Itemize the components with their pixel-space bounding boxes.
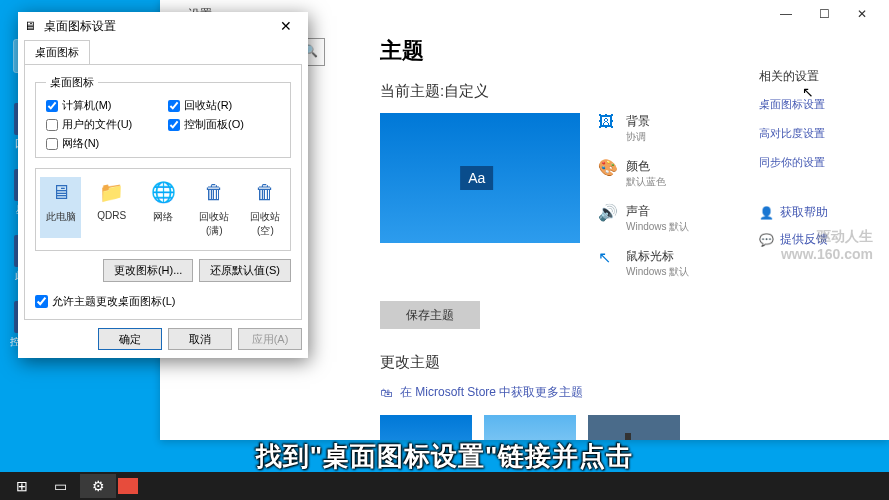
change-theme-heading: 更改主题 — [380, 353, 759, 372]
theme-preview[interactable] — [380, 113, 580, 243]
theme-card[interactable]: Windows 105 个图像 — [588, 415, 680, 440]
picture-icon: 🖼 — [598, 113, 616, 131]
cursor-icon: ↖ — [598, 248, 616, 266]
sound-option[interactable]: 🔊声音Windows 默认 — [598, 203, 759, 234]
feedback-icon: 💬 — [759, 233, 774, 247]
video-subtitle: 找到"桌面图标设置"链接并点击 — [0, 439, 889, 474]
taskbar-settings[interactable]: ⚙ — [80, 474, 116, 498]
apply-button[interactable]: 应用(A) — [238, 328, 302, 350]
speaker-icon: 🔊 — [598, 203, 616, 221]
high-contrast-link[interactable]: 高对比度设置 — [759, 126, 869, 141]
checkbox-controlpanel[interactable]: 控制面板(O) — [168, 117, 280, 132]
ok-button[interactable]: 确定 — [98, 328, 162, 350]
store-icon: 🛍 — [380, 386, 392, 400]
close-icon[interactable]: ✕ — [843, 7, 881, 21]
theme-card[interactable]: Windows （浅色主题）1 个图像 — [484, 415, 576, 440]
icon-thispc[interactable]: 🖥此电脑 — [40, 177, 81, 238]
current-theme-heading: 当前主题:自定义 — [380, 82, 759, 101]
save-theme-button[interactable]: 保存主题 — [380, 301, 480, 329]
checkbox-userfiles[interactable]: 用户的文件(U) — [46, 117, 158, 132]
network-icon: 🌐 — [148, 177, 178, 207]
store-link[interactable]: 🛍在 Microsoft Store 中获取更多主题 — [380, 384, 759, 401]
desktop-icon-settings-link[interactable]: 桌面图标设置 — [759, 97, 869, 112]
start-button[interactable]: ⊞ — [4, 474, 40, 498]
icon-recycle-full[interactable]: 🗑回收站(满) — [194, 177, 235, 238]
dialog-title-bar[interactable]: 🖥 桌面图标设置 ✕ — [18, 12, 308, 40]
fieldset-legend: 桌面图标 — [46, 75, 98, 90]
restore-default-button[interactable]: 还原默认值(S) — [199, 259, 291, 282]
change-icon-button[interactable]: 更改图标(H)... — [103, 259, 193, 282]
cursor-option[interactable]: ↖鼠标光标Windows 默认 — [598, 248, 759, 279]
palette-icon: 🎨 — [598, 158, 616, 176]
icon-qdrs[interactable]: 📁QDRS — [91, 177, 132, 238]
sync-link[interactable]: 同步你的设置 — [759, 155, 869, 170]
taskbar[interactable]: ⊞ ▭ ⚙ — [0, 472, 889, 500]
icon-network[interactable]: 🌐网络 — [142, 177, 183, 238]
minimize-icon[interactable]: — — [767, 7, 805, 21]
tab-desktop-icons[interactable]: 桌面图标 — [24, 40, 90, 64]
folder-icon: 📁 — [97, 177, 127, 207]
close-icon[interactable]: ✕ — [270, 18, 302, 34]
trash-empty-icon: 🗑 — [250, 177, 280, 207]
checkbox-network[interactable]: 网络(N) — [46, 136, 158, 151]
taskbar-app[interactable] — [118, 478, 138, 494]
get-help-link[interactable]: 👤获取帮助 — [759, 204, 869, 221]
allow-theme-checkbox[interactable]: 允许主题更改桌面图标(L) — [35, 288, 291, 309]
color-option[interactable]: 🎨颜色默认蓝色 — [598, 158, 759, 189]
background-option[interactable]: 🖼背景协调 — [598, 113, 759, 144]
icon-recycle-empty[interactable]: 🗑回收站(空) — [245, 177, 286, 238]
computer-icon: 🖥 — [46, 177, 76, 207]
desktop-icon-dialog: 🖥 桌面图标设置 ✕ 桌面图标 桌面图标 计算机(M) 回收站(R) 用户的文件… — [18, 12, 308, 358]
dialog-title: 桌面图标设置 — [44, 18, 116, 35]
dialog-icon: 🖥 — [24, 19, 38, 33]
related-heading: 相关的设置 — [759, 68, 869, 85]
taskview-button[interactable]: ▭ — [42, 474, 78, 498]
watermark: 驱动人生 www.160.com — [781, 228, 873, 262]
cancel-button[interactable]: 取消 — [168, 328, 232, 350]
theme-card[interactable]: Windows1 个图像 — [380, 415, 472, 440]
checkbox-recycle[interactable]: 回收站(R) — [168, 98, 280, 113]
trash-full-icon: 🗑 — [199, 177, 229, 207]
help-icon: 👤 — [759, 206, 774, 220]
page-title: 主题 — [380, 36, 759, 66]
checkbox-computer[interactable]: 计算机(M) — [46, 98, 158, 113]
maximize-icon[interactable]: ☐ — [805, 7, 843, 21]
